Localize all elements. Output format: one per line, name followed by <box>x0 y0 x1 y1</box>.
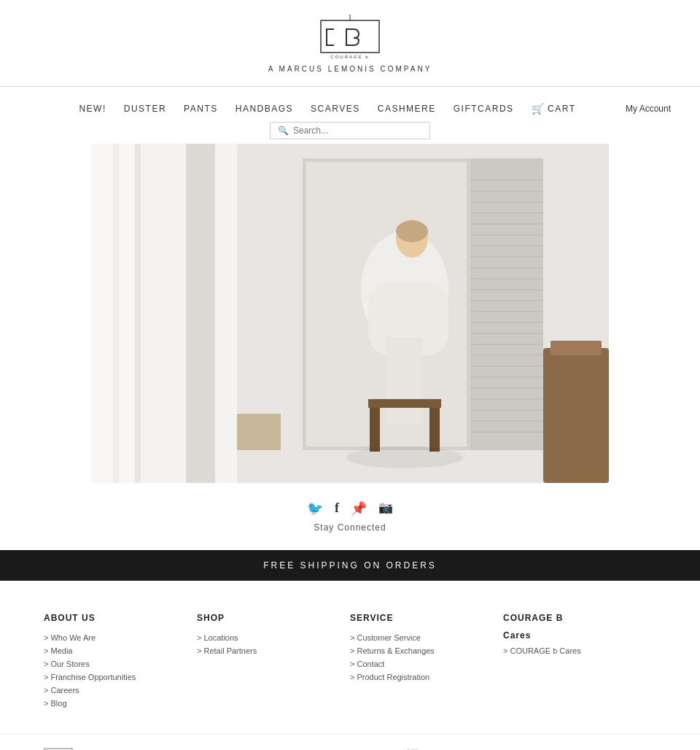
footer-link-product-reg[interactable]: > Product Registration <box>350 673 503 681</box>
footer-service-title: Service <box>350 613 503 623</box>
svg-rect-36 <box>543 348 609 483</box>
social-section: 🐦 f 📌 📷 Stay Connected <box>0 483 700 540</box>
footer-link-contact[interactable]: > Contact <box>350 660 503 668</box>
nav-duster[interactable]: DUSTER <box>124 104 166 114</box>
search-input[interactable] <box>293 125 422 136</box>
footer-about: About Us > Who We Are > Media > Our Stor… <box>44 613 197 712</box>
footer-link-locations[interactable]: > Locations <box>197 633 350 642</box>
nav-giftcards[interactable]: GIFTCARDS <box>454 104 514 114</box>
footer-shop: Shop > Locations > Retail Partners <box>197 613 350 712</box>
social-icons: 🐦 f 📌 📷 <box>307 500 393 517</box>
footer-link-retail[interactable]: > Retail Partners <box>197 646 350 655</box>
footer-logo-icon <box>44 748 73 750</box>
footer-logo-small: COURAGE b A MARCUS LEMONIS COMPANY <box>44 748 227 750</box>
footer-link-who[interactable]: > Who We Are <box>44 633 197 642</box>
twitter-icon[interactable]: 🐦 <box>307 500 323 517</box>
footer-link-blog[interactable]: > Blog <box>44 699 197 708</box>
svg-point-47 <box>346 446 463 468</box>
svg-rect-42 <box>386 337 423 425</box>
footer-link-returns[interactable]: > Returns & Exchanges <box>350 646 503 655</box>
footer-link-courage-cares[interactable]: > COURAGE b Cares <box>503 646 656 655</box>
cart-icon: 🛒 <box>532 103 545 115</box>
svg-point-40 <box>396 220 428 242</box>
shipping-banner: FREE SHIPPING ON ORDERS <box>0 550 700 581</box>
nav-scarves[interactable]: SCARVES <box>311 104 360 114</box>
footer-courage-title: COURAGE b <box>503 613 656 623</box>
svg-rect-48 <box>91 144 135 483</box>
main-nav: NEW! DUSTER PANTS HANDBAGS SCARVES CASHM… <box>0 94 700 115</box>
logo-tagline: A MARCUS LEMONIS COMPANY <box>268 65 432 73</box>
svg-rect-8 <box>186 144 215 483</box>
svg-rect-43 <box>368 399 441 408</box>
instagram-icon[interactable]: 📷 <box>378 500 393 517</box>
site-header: COURAGE b A MARCUS LEMONIS COMPANY <box>0 0 700 80</box>
svg-rect-46 <box>237 414 281 450</box>
footer-link-stores[interactable]: > Our Stores <box>44 660 197 668</box>
footer-service: Service > Customer Service > Returns & E… <box>350 613 503 712</box>
hero-section <box>0 144 700 483</box>
footer-link-customer-service[interactable]: > Customer Service <box>350 633 503 642</box>
svg-rect-44 <box>370 408 380 452</box>
logo-icon: COURAGE b <box>314 15 386 62</box>
search-icon: 🔍 <box>278 125 289 136</box>
svg-rect-45 <box>429 408 440 452</box>
search-wrapper: 🔍 <box>0 115 700 144</box>
hero-svg <box>91 144 609 483</box>
nav-pants[interactable]: PANTS <box>184 104 218 114</box>
footer-link-careers[interactable]: > Careers <box>44 686 197 695</box>
pinterest-icon[interactable]: 📌 <box>351 500 367 517</box>
nav-new[interactable]: NEW! <box>79 104 106 114</box>
svg-rect-7 <box>135 144 141 483</box>
logo[interactable]: COURAGE b A MARCUS LEMONIS COMPANY <box>268 15 432 73</box>
nav-divider <box>0 86 700 87</box>
nav-items: NEW! DUSTER PANTS HANDBAGS SCARVES CASHM… <box>29 103 626 115</box>
footer-courage: COURAGE b Cares > COURAGE b Cares <box>503 613 656 712</box>
facebook-icon[interactable]: f <box>335 500 339 517</box>
footer-link-media[interactable]: > Media <box>44 646 197 655</box>
search-bar: 🔍 <box>270 122 430 139</box>
cart-label: CART <box>548 104 575 114</box>
footer-about-title: About Us <box>44 613 197 623</box>
footer-courage-subtitle: Cares <box>503 630 656 641</box>
svg-text:COURAGE b: COURAGE b <box>330 55 369 59</box>
svg-rect-37 <box>551 341 602 355</box>
cart-button[interactable]: 🛒 CART <box>532 103 576 115</box>
footer-shop-title: Shop <box>197 613 350 623</box>
stay-connected-label: Stay Connected <box>314 522 386 533</box>
hero-image <box>91 144 609 483</box>
site-footer: About Us > Who We Are > Media > Our Stor… <box>0 591 700 727</box>
footer-ml-logo: ML FG <box>406 746 419 750</box>
svg-rect-0 <box>321 20 379 53</box>
account-link[interactable]: My Account <box>626 104 671 114</box>
nav-handbags[interactable]: HANDBAGS <box>236 104 293 114</box>
footer-bottom: COURAGE b A MARCUS LEMONIS COMPANY ML FG… <box>0 734 700 750</box>
nav-cashmere[interactable]: CASHMERE <box>378 104 436 114</box>
footer-link-franchise[interactable]: > Franchise Opportunities <box>44 673 197 681</box>
